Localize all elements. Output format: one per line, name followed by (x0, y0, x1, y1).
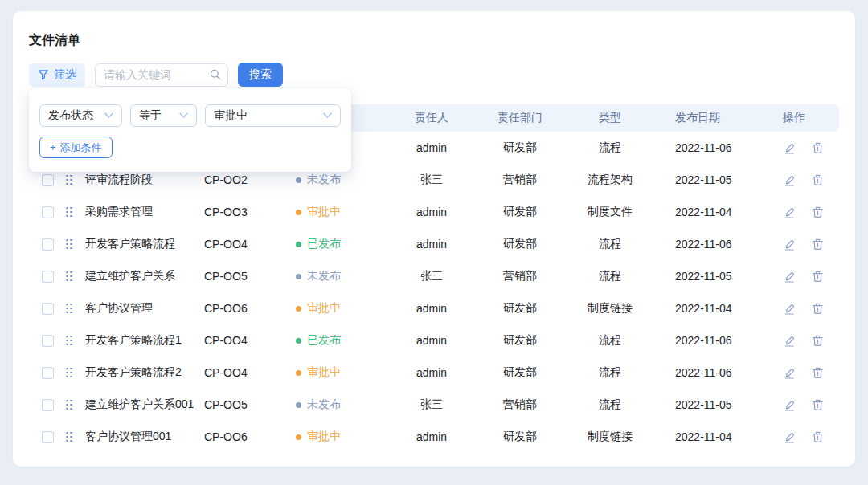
delete-icon[interactable] (811, 270, 825, 283)
row-checkbox[interactable] (42, 303, 54, 315)
delete-icon[interactable] (811, 398, 825, 412)
cell-type: 流程 (564, 365, 656, 380)
search-button[interactable]: 搜索 (238, 63, 283, 87)
status-label: 审批中 (307, 365, 341, 380)
edit-icon[interactable] (783, 173, 796, 187)
cell-file-name: 开发客户策略流程2 (85, 365, 204, 380)
condition-value-value: 审批中 (214, 108, 248, 123)
header-type: 类型 (564, 111, 656, 125)
drag-handle-icon[interactable] (66, 336, 72, 346)
cell-owner: 张三 (387, 397, 476, 412)
edit-icon[interactable] (783, 302, 796, 316)
edit-icon[interactable] (783, 398, 796, 412)
add-condition-button[interactable]: + 添加条件 (39, 137, 113, 158)
drag-handle-icon[interactable] (66, 175, 72, 185)
status-badge: 审批中 (296, 205, 387, 219)
cell-owner: admin (387, 238, 476, 251)
row-checkbox[interactable] (42, 431, 54, 443)
status-dot (296, 402, 301, 408)
condition-operator-value: 等于 (139, 108, 162, 123)
status-dot (296, 434, 301, 440)
cell-file-code: CP-OO4 (204, 238, 296, 251)
cell-file-name: 评审流程阶段 (85, 173, 204, 187)
status-badge: 未发布 (296, 269, 387, 283)
row-checkbox[interactable] (42, 367, 54, 379)
status-badge: 审批中 (296, 430, 387, 444)
drag-handle-icon[interactable] (66, 400, 72, 410)
cell-publish-date: 2022-11-06 (656, 334, 768, 347)
row-checkbox[interactable] (42, 399, 54, 411)
row-checkbox[interactable] (42, 206, 54, 218)
edit-icon[interactable] (783, 270, 796, 283)
cell-owner: admin (387, 430, 476, 443)
page: 文件清单 筛选 搜索 (0, 0, 868, 485)
cell-file-code: CP-OO3 (204, 206, 296, 218)
header-publish-date: 发布日期 (656, 111, 768, 125)
cell-file-name: 客户协议管理 (85, 301, 204, 316)
edit-icon[interactable] (783, 334, 796, 348)
add-condition-label: 添加条件 (60, 141, 102, 155)
status-label: 未发布 (307, 397, 341, 412)
edit-icon[interactable] (783, 366, 796, 380)
header-actions: 操作 (768, 111, 839, 125)
delete-icon[interactable] (811, 334, 825, 348)
row-checkbox[interactable] (42, 271, 54, 283)
delete-icon[interactable] (811, 430, 825, 444)
drag-handle-icon[interactable] (66, 207, 72, 218)
condition-operator-select[interactable]: 等于 (130, 104, 197, 127)
header-owner: 责任人 (387, 111, 476, 125)
status-badge: 审批中 (296, 301, 387, 316)
row-checkbox[interactable] (42, 238, 54, 251)
edit-icon[interactable] (783, 206, 796, 219)
drag-handle-icon[interactable] (66, 239, 72, 250)
edit-icon[interactable] (783, 141, 796, 155)
status-badge: 已发布 (296, 333, 387, 348)
cell-owner: 张三 (387, 269, 476, 283)
delete-icon[interactable] (811, 173, 825, 187)
delete-icon[interactable] (811, 141, 825, 155)
delete-icon[interactable] (811, 238, 825, 251)
filter-condition-row: 发布状态 等于 审批中 (39, 104, 341, 127)
edit-icon[interactable] (783, 430, 796, 444)
cell-file-code: CP-OO5 (204, 270, 296, 283)
cell-type: 流程架构 (564, 173, 656, 187)
cell-publish-date: 2022-11-04 (656, 206, 768, 218)
delete-icon[interactable] (811, 302, 825, 316)
filter-funnel-icon (38, 69, 49, 80)
status-label: 已发布 (307, 237, 341, 251)
edit-icon[interactable] (783, 238, 796, 251)
drag-handle-icon[interactable] (66, 432, 72, 442)
cell-file-name: 客户协议管理001 (85, 430, 204, 444)
cell-department: 研发部 (476, 141, 564, 155)
table-row: 建立维护客户关系001 CP-OO5 未发布 张三 营销部 流程 2022-11… (29, 389, 839, 421)
plus-icon: + (50, 141, 56, 153)
row-checkbox[interactable] (42, 335, 54, 347)
drag-handle-icon[interactable] (66, 271, 72, 282)
status-badge: 未发布 (296, 173, 387, 187)
status-dot (296, 306, 301, 312)
cell-file-code: CP-OO2 (204, 173, 296, 186)
cell-owner: admin (387, 302, 476, 315)
condition-field-select[interactable]: 发布状态 (39, 104, 122, 127)
table-row: 采购需求管理 CP-OO3 审批中 admin 研发部 制度文件 2022-11… (29, 196, 839, 228)
cell-file-name: 开发客户策略流程 (85, 237, 204, 251)
cell-type: 流程 (564, 397, 656, 412)
status-badge: 审批中 (296, 365, 387, 380)
drag-handle-icon[interactable] (66, 304, 72, 314)
row-checkbox[interactable] (42, 174, 54, 186)
drag-handle-icon[interactable] (66, 368, 72, 378)
cell-publish-date: 2022-11-04 (656, 302, 768, 315)
cell-department: 营销部 (476, 269, 564, 283)
delete-icon[interactable] (811, 366, 825, 380)
delete-icon[interactable] (811, 206, 825, 219)
cell-department: 研发部 (476, 430, 564, 444)
condition-value-select[interactable]: 审批中 (205, 104, 341, 127)
filter-button[interactable]: 筛选 (29, 63, 85, 87)
cell-publish-date: 2022-11-04 (656, 430, 768, 443)
cell-type: 流程 (564, 333, 656, 348)
search-icon[interactable] (209, 68, 222, 81)
cell-department: 营销部 (476, 397, 564, 412)
status-label: 审批中 (307, 205, 341, 219)
status-label: 未发布 (307, 269, 341, 283)
table-row: 建立维护客户关系 CP-OO5 未发布 张三 营销部 流程 2022-11-05 (29, 260, 839, 292)
